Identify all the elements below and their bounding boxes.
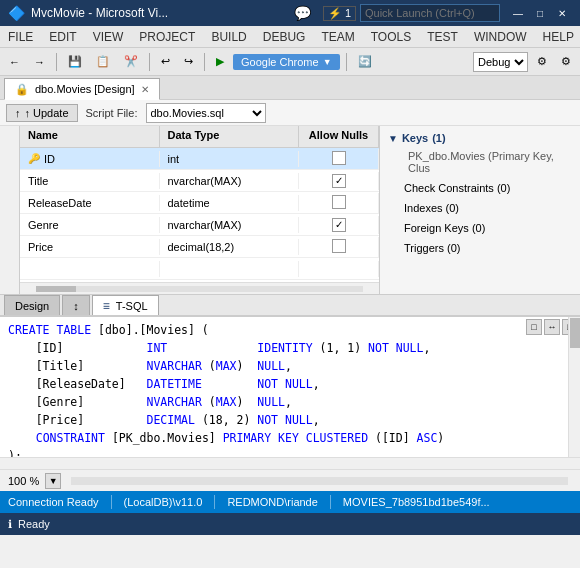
sql-line-1: CREATE TABLE [dbo].[Movies] ( — [8, 321, 572, 339]
quick-launch-input[interactable] — [360, 4, 500, 22]
undo-button[interactable]: ↩ — [156, 51, 175, 73]
chat-icon[interactable]: 💬 — [294, 5, 311, 21]
cell-title-type: nvarchar(MAX) — [160, 173, 300, 189]
menu-view[interactable]: VIEW — [85, 28, 132, 46]
sql-editor-area: CREATE TABLE [dbo].[Movies] ( [ID] INT I… — [0, 316, 580, 469]
sql-btn-2[interactable]: ↔ — [544, 319, 560, 335]
debug-section: Debug ⚙ ⚙ — [473, 51, 576, 73]
tab-arrows[interactable]: ↕ — [62, 295, 90, 315]
pk-item[interactable]: PK_dbo.Movies (Primary Key, Clus — [388, 148, 572, 176]
nav-forward-button[interactable]: → — [29, 51, 50, 73]
sql-vertical-scrollbar[interactable] — [568, 317, 580, 457]
check-constraints-item[interactable]: Check Constraints (0) — [388, 180, 572, 196]
foreign-keys-section: Foreign Keys (0) — [388, 220, 572, 236]
grid-scrollbar[interactable] — [20, 282, 379, 294]
tab-tsql[interactable]: ≡ T-SQL — [92, 295, 159, 315]
tab-design[interactable]: Design — [4, 295, 60, 315]
document-tab[interactable]: 🔒 dbo.Movies [Design] ✕ — [4, 78, 160, 100]
toolbar-icon-3[interactable]: ✂️ — [119, 51, 143, 73]
menu-help[interactable]: HELP — [535, 28, 580, 46]
grid-row-price[interactable]: Price decimal(18,2) — [20, 236, 379, 258]
menu-tools[interactable]: TOOLS — [363, 28, 419, 46]
check-constraints-count: (0) — [497, 182, 510, 194]
sql-line-7: CONSTRAINT [PK_dbo.Movies] PRIMARY KEY C… — [8, 429, 572, 447]
run-button[interactable]: ▶ — [211, 51, 229, 73]
col-nulls-header: Allow Nulls — [299, 126, 379, 147]
title-null-checkbox[interactable] — [332, 174, 346, 188]
window-controls: — □ ✕ — [508, 5, 572, 21]
sql-horizontal-scrollbar[interactable] — [0, 457, 580, 469]
update-icon: ↑ — [15, 107, 21, 119]
menu-bar: FILE EDIT VIEW PROJECT BUILD DEBUG TEAM … — [0, 26, 580, 48]
nav-back-button[interactable]: ← — [4, 51, 25, 73]
update-label: ↑ Update — [25, 107, 69, 119]
rd-null-checkbox[interactable] — [332, 195, 346, 209]
minimize-button[interactable]: — — [508, 5, 528, 21]
user-info: REDMOND\riande — [227, 496, 317, 508]
close-button[interactable]: ✕ — [552, 5, 572, 21]
keys-count: (1) — [432, 132, 445, 144]
tab-label: dbo.Movies [Design] — [35, 83, 135, 95]
cell-empty — [20, 261, 160, 277]
bottom-tab-bar: Design ↕ ≡ T-SQL — [0, 294, 580, 316]
update-button[interactable]: ↑ ↑ Update — [6, 104, 78, 122]
keys-header[interactable]: ▼ Keys (1) — [388, 132, 572, 144]
toolbar-divider-4 — [346, 53, 347, 71]
ready-icon: ℹ — [8, 518, 12, 531]
menu-window[interactable]: WINDOW — [466, 28, 535, 46]
grid-row-id[interactable]: 🔑ID int — [20, 148, 379, 170]
sql-line-5: [Genre] NVARCHAR (MAX) NULL, — [8, 393, 572, 411]
maximize-button[interactable]: □ — [530, 5, 550, 21]
ready-bar: ℹ Ready — [0, 513, 580, 535]
toolbar-icon-1[interactable]: 💾 — [63, 51, 87, 73]
menu-edit[interactable]: EDIT — [41, 28, 84, 46]
foreign-keys-item[interactable]: Foreign Keys (0) — [388, 220, 572, 236]
indexes-label: Indexes — [404, 202, 443, 214]
arrows-icon: ↕ — [73, 300, 79, 312]
toolbar-extra-1[interactable]: ⚙ — [532, 51, 552, 73]
triggers-section: Triggers (0) — [388, 240, 572, 256]
chrome-run-button[interactable]: Google Chrome ▼ — [233, 54, 340, 70]
table-grid: Name Data Type Allow Nulls 🔑ID int Title… — [20, 126, 380, 294]
grid-body: 🔑ID int Title nvarchar(MAX) ReleaseDate … — [20, 148, 379, 282]
sql-scroll-thumb — [570, 318, 580, 348]
indexes-item[interactable]: Indexes (0) — [388, 200, 572, 216]
refresh-button[interactable]: 🔄 — [353, 51, 377, 73]
tab-close-button[interactable]: ✕ — [141, 84, 149, 95]
menu-file[interactable]: FILE — [0, 28, 41, 46]
toolbar-extra-2[interactable]: ⚙ — [556, 51, 576, 73]
chrome-dropdown-icon[interactable]: ▼ — [323, 57, 332, 67]
cell-genre-null — [299, 216, 379, 234]
ready-label: Ready — [18, 518, 50, 530]
keys-toggle-icon[interactable]: ▼ — [388, 133, 398, 144]
menu-debug[interactable]: DEBUG — [255, 28, 314, 46]
status-divider-1 — [111, 495, 112, 509]
redo-button[interactable]: ↪ — [179, 51, 198, 73]
menu-project[interactable]: PROJECT — [131, 28, 203, 46]
genre-null-checkbox[interactable] — [332, 218, 346, 232]
status-divider-3 — [330, 495, 331, 509]
id-null-checkbox[interactable] — [332, 151, 346, 165]
menu-test[interactable]: TEST — [419, 28, 466, 46]
toolbar-icon-2[interactable]: 📋 — [91, 51, 115, 73]
grid-row-title[interactable]: Title nvarchar(MAX) — [20, 170, 379, 192]
menu-build[interactable]: BUILD — [203, 28, 254, 46]
check-constraints-section: Check Constraints (0) — [388, 180, 572, 196]
debug-config-select[interactable]: Debug — [473, 52, 528, 72]
price-null-checkbox[interactable] — [332, 239, 346, 253]
triggers-item[interactable]: Triggers (0) — [388, 240, 572, 256]
sql-editor[interactable]: CREATE TABLE [dbo].[Movies] ( [ID] INT I… — [0, 317, 580, 457]
zoom-dropdown-button[interactable]: ▼ — [45, 473, 61, 489]
tab-lock-icon: 🔒 — [15, 83, 29, 96]
grid-row-releasedate[interactable]: ReleaseDate datetime — [20, 192, 379, 214]
sql-btn-1[interactable]: □ — [526, 319, 542, 335]
zoom-scroll-track[interactable] — [71, 477, 568, 485]
sql-content-wrapper: CREATE TABLE [dbo].[Movies] ( [ID] INT I… — [0, 317, 580, 457]
script-file-select[interactable]: dbo.Movies.sql — [146, 103, 266, 123]
foreign-keys-count: (0) — [472, 222, 485, 234]
cell-id-type: int — [160, 151, 300, 167]
grid-row-genre[interactable]: Genre nvarchar(MAX) — [20, 214, 379, 236]
connection-status: Connection Ready — [8, 496, 99, 508]
cell-empty-null — [299, 261, 379, 277]
menu-team[interactable]: TEAM — [313, 28, 362, 46]
